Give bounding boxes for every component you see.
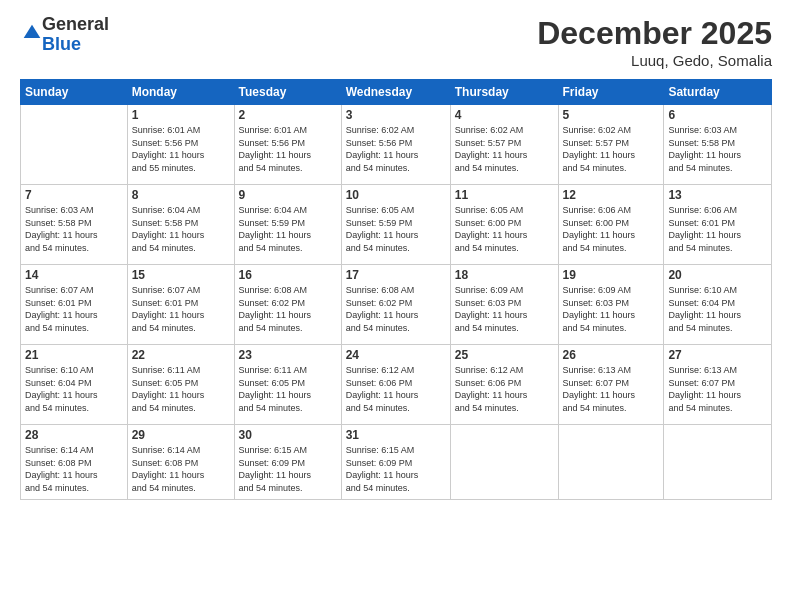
weekday-header: Thursday (450, 80, 558, 105)
calendar-week-row: 7Sunrise: 6:03 AMSunset: 5:58 PMDaylight… (21, 185, 772, 265)
calendar-cell: 21Sunrise: 6:10 AMSunset: 6:04 PMDayligh… (21, 345, 128, 425)
day-number: 3 (346, 108, 446, 122)
calendar-cell (21, 105, 128, 185)
weekday-header: Tuesday (234, 80, 341, 105)
day-number: 27 (668, 348, 767, 362)
day-info: Sunrise: 6:03 AMSunset: 5:58 PMDaylight:… (668, 124, 767, 174)
day-number: 16 (239, 268, 337, 282)
day-info: Sunrise: 6:15 AMSunset: 6:09 PMDaylight:… (239, 444, 337, 494)
calendar-cell: 10Sunrise: 6:05 AMSunset: 5:59 PMDayligh… (341, 185, 450, 265)
calendar-cell: 13Sunrise: 6:06 AMSunset: 6:01 PMDayligh… (664, 185, 772, 265)
day-number: 31 (346, 428, 446, 442)
day-number: 13 (668, 188, 767, 202)
logo-general: General (42, 14, 109, 34)
day-number: 2 (239, 108, 337, 122)
weekday-header: Saturday (664, 80, 772, 105)
day-info: Sunrise: 6:04 AMSunset: 5:59 PMDaylight:… (239, 204, 337, 254)
day-number: 7 (25, 188, 123, 202)
day-info: Sunrise: 6:13 AMSunset: 6:07 PMDaylight:… (668, 364, 767, 414)
day-info: Sunrise: 6:01 AMSunset: 5:56 PMDaylight:… (132, 124, 230, 174)
day-info: Sunrise: 6:06 AMSunset: 6:01 PMDaylight:… (668, 204, 767, 254)
calendar-table: SundayMondayTuesdayWednesdayThursdayFrid… (20, 79, 772, 500)
day-number: 18 (455, 268, 554, 282)
calendar-cell: 22Sunrise: 6:11 AMSunset: 6:05 PMDayligh… (127, 345, 234, 425)
calendar-cell: 23Sunrise: 6:11 AMSunset: 6:05 PMDayligh… (234, 345, 341, 425)
weekday-header: Wednesday (341, 80, 450, 105)
day-number: 28 (25, 428, 123, 442)
calendar-cell: 2Sunrise: 6:01 AMSunset: 5:56 PMDaylight… (234, 105, 341, 185)
day-info: Sunrise: 6:01 AMSunset: 5:56 PMDaylight:… (239, 124, 337, 174)
calendar-cell (450, 425, 558, 500)
day-info: Sunrise: 6:05 AMSunset: 6:00 PMDaylight:… (455, 204, 554, 254)
day-number: 23 (239, 348, 337, 362)
calendar-cell: 20Sunrise: 6:10 AMSunset: 6:04 PMDayligh… (664, 265, 772, 345)
calendar-cell: 17Sunrise: 6:08 AMSunset: 6:02 PMDayligh… (341, 265, 450, 345)
calendar-cell: 1Sunrise: 6:01 AMSunset: 5:56 PMDaylight… (127, 105, 234, 185)
header: General Blue December 2025 Luuq, Gedo, S… (20, 15, 772, 69)
day-number: 6 (668, 108, 767, 122)
logo-text: General Blue (42, 15, 109, 55)
day-number: 10 (346, 188, 446, 202)
weekday-header: Monday (127, 80, 234, 105)
day-info: Sunrise: 6:05 AMSunset: 5:59 PMDaylight:… (346, 204, 446, 254)
calendar-cell: 6Sunrise: 6:03 AMSunset: 5:58 PMDaylight… (664, 105, 772, 185)
calendar-cell: 4Sunrise: 6:02 AMSunset: 5:57 PMDaylight… (450, 105, 558, 185)
weekday-header: Sunday (21, 80, 128, 105)
day-number: 9 (239, 188, 337, 202)
calendar-cell: 8Sunrise: 6:04 AMSunset: 5:58 PMDaylight… (127, 185, 234, 265)
calendar-cell: 29Sunrise: 6:14 AMSunset: 6:08 PMDayligh… (127, 425, 234, 500)
calendar-cell (664, 425, 772, 500)
day-info: Sunrise: 6:07 AMSunset: 6:01 PMDaylight:… (132, 284, 230, 334)
calendar-cell: 18Sunrise: 6:09 AMSunset: 6:03 PMDayligh… (450, 265, 558, 345)
day-info: Sunrise: 6:09 AMSunset: 6:03 PMDaylight:… (563, 284, 660, 334)
calendar-cell: 7Sunrise: 6:03 AMSunset: 5:58 PMDaylight… (21, 185, 128, 265)
day-number: 1 (132, 108, 230, 122)
calendar-cell: 12Sunrise: 6:06 AMSunset: 6:00 PMDayligh… (558, 185, 664, 265)
calendar-cell: 15Sunrise: 6:07 AMSunset: 6:01 PMDayligh… (127, 265, 234, 345)
day-number: 20 (668, 268, 767, 282)
calendar-cell: 30Sunrise: 6:15 AMSunset: 6:09 PMDayligh… (234, 425, 341, 500)
day-number: 4 (455, 108, 554, 122)
page: General Blue December 2025 Luuq, Gedo, S… (0, 0, 792, 612)
calendar-week-row: 21Sunrise: 6:10 AMSunset: 6:04 PMDayligh… (21, 345, 772, 425)
calendar-cell: 14Sunrise: 6:07 AMSunset: 6:01 PMDayligh… (21, 265, 128, 345)
day-info: Sunrise: 6:14 AMSunset: 6:08 PMDaylight:… (25, 444, 123, 494)
day-info: Sunrise: 6:14 AMSunset: 6:08 PMDaylight:… (132, 444, 230, 494)
logo: General Blue (20, 15, 109, 55)
day-number: 17 (346, 268, 446, 282)
title-block: December 2025 Luuq, Gedo, Somalia (537, 15, 772, 69)
day-info: Sunrise: 6:11 AMSunset: 6:05 PMDaylight:… (239, 364, 337, 414)
calendar-cell: 5Sunrise: 6:02 AMSunset: 5:57 PMDaylight… (558, 105, 664, 185)
day-number: 21 (25, 348, 123, 362)
logo-blue: Blue (42, 34, 81, 54)
calendar-week-row: 28Sunrise: 6:14 AMSunset: 6:08 PMDayligh… (21, 425, 772, 500)
day-number: 5 (563, 108, 660, 122)
calendar-cell: 25Sunrise: 6:12 AMSunset: 6:06 PMDayligh… (450, 345, 558, 425)
calendar-cell: 3Sunrise: 6:02 AMSunset: 5:56 PMDaylight… (341, 105, 450, 185)
day-number: 25 (455, 348, 554, 362)
calendar-cell (558, 425, 664, 500)
calendar-cell: 28Sunrise: 6:14 AMSunset: 6:08 PMDayligh… (21, 425, 128, 500)
calendar-cell: 27Sunrise: 6:13 AMSunset: 6:07 PMDayligh… (664, 345, 772, 425)
calendar-cell: 26Sunrise: 6:13 AMSunset: 6:07 PMDayligh… (558, 345, 664, 425)
day-info: Sunrise: 6:10 AMSunset: 6:04 PMDaylight:… (25, 364, 123, 414)
month-title: December 2025 (537, 15, 772, 52)
calendar-cell: 16Sunrise: 6:08 AMSunset: 6:02 PMDayligh… (234, 265, 341, 345)
calendar-cell: 31Sunrise: 6:15 AMSunset: 6:09 PMDayligh… (341, 425, 450, 500)
location: Luuq, Gedo, Somalia (537, 52, 772, 69)
weekday-header-row: SundayMondayTuesdayWednesdayThursdayFrid… (21, 80, 772, 105)
day-info: Sunrise: 6:12 AMSunset: 6:06 PMDaylight:… (455, 364, 554, 414)
day-number: 8 (132, 188, 230, 202)
calendar-cell: 11Sunrise: 6:05 AMSunset: 6:00 PMDayligh… (450, 185, 558, 265)
day-info: Sunrise: 6:06 AMSunset: 6:00 PMDaylight:… (563, 204, 660, 254)
day-info: Sunrise: 6:09 AMSunset: 6:03 PMDaylight:… (455, 284, 554, 334)
day-number: 29 (132, 428, 230, 442)
day-info: Sunrise: 6:11 AMSunset: 6:05 PMDaylight:… (132, 364, 230, 414)
day-number: 19 (563, 268, 660, 282)
day-info: Sunrise: 6:02 AMSunset: 5:56 PMDaylight:… (346, 124, 446, 174)
day-info: Sunrise: 6:04 AMSunset: 5:58 PMDaylight:… (132, 204, 230, 254)
day-info: Sunrise: 6:03 AMSunset: 5:58 PMDaylight:… (25, 204, 123, 254)
calendar-cell: 9Sunrise: 6:04 AMSunset: 5:59 PMDaylight… (234, 185, 341, 265)
calendar-week-row: 1Sunrise: 6:01 AMSunset: 5:56 PMDaylight… (21, 105, 772, 185)
day-number: 12 (563, 188, 660, 202)
